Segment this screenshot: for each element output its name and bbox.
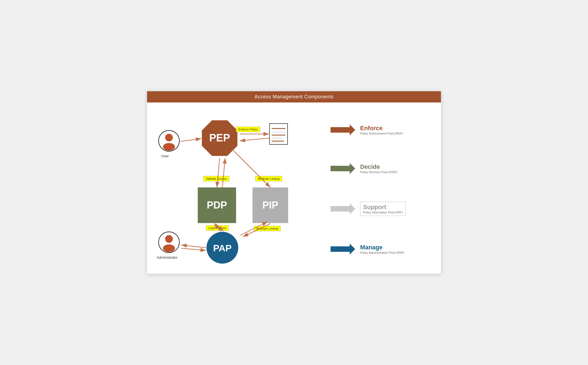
svg-point-5 — [163, 244, 175, 252]
svg-line-27 — [181, 248, 206, 250]
pip-label: PIP — [262, 199, 278, 211]
user-icon — [158, 130, 180, 152]
manage-text: Manage Policy Administration Point (PAP) — [360, 244, 404, 254]
slide-body: User Administrator PEP PDP — [147, 102, 441, 274]
legend-item-support: Support Policy Information Point (PIP) — [331, 202, 427, 216]
svg-marker-31 — [331, 163, 355, 174]
svg-point-2 — [163, 143, 175, 151]
legend-item-decide: Decide Policy Decision Point (PDP) — [331, 163, 427, 174]
support-text: Support Policy Information Point (PIP) — [360, 202, 406, 216]
manage-subtitle: Policy Administration Point (PAP) — [360, 251, 404, 254]
decide-text: Decide Policy Decision Point (PDP) — [360, 163, 397, 174]
support-arrow — [331, 203, 355, 214]
enforce-title: Enforce — [360, 125, 403, 132]
pep-box: PEP — [200, 119, 239, 157]
diagram-area: User Administrator PEP PDP — [155, 108, 325, 271]
svg-text:PAP: PAP — [213, 243, 231, 253]
enforce-subtitle: Policy Enforcement Point (PEP) — [360, 132, 403, 135]
svg-marker-33 — [331, 244, 355, 255]
svg-line-26 — [181, 245, 206, 248]
badge-attribute-lookup-top: Attribute Lookup — [255, 176, 282, 181]
pdp-label: PDP — [207, 199, 227, 211]
legend-item-manage: Manage Policy Administration Point (PAP) — [331, 244, 427, 255]
svg-line-20 — [240, 138, 269, 141]
badge-enforce-policy: Enforce Policy — [236, 127, 260, 132]
svg-point-4 — [165, 235, 173, 243]
pdp-box: PDP — [198, 187, 236, 223]
pip-box: PIP — [253, 187, 288, 223]
badge-attribute-lookup-bot: Attribute Lookup — [254, 226, 281, 231]
support-title: Support — [363, 204, 403, 211]
badge-load-policies: Load Policies — [206, 225, 229, 231]
enforce-text: Enforce Policy Enforcement Point (PEP) — [360, 125, 403, 135]
svg-line-21 — [217, 158, 220, 187]
arrows-overlay — [155, 108, 325, 271]
admin-icon — [158, 231, 180, 253]
badge-validate-access: Validate Access — [203, 176, 229, 181]
slide-title: Access Management Components — [254, 94, 334, 99]
slide-container: Access Management Components User — [147, 91, 441, 274]
manage-arrow — [331, 244, 355, 255]
admin-label: Administrator — [157, 255, 178, 260]
manage-title: Manage — [360, 244, 404, 251]
policy-doc — [269, 123, 288, 145]
svg-marker-30 — [331, 124, 355, 135]
decide-title: Decide — [360, 163, 397, 170]
legend-item-enforce: Enforce Policy Enforcement Point (PEP) — [331, 124, 427, 135]
legend-area: Enforce Policy Enforcement Point (PEP) D… — [325, 108, 433, 271]
enforce-arrow — [331, 124, 355, 135]
decide-subtitle: Policy Decision Point (PDP) — [360, 170, 397, 174]
svg-text:PEP: PEP — [209, 132, 230, 144]
svg-line-18 — [180, 139, 201, 141]
svg-point-1 — [165, 134, 173, 141]
svg-line-22 — [222, 158, 225, 187]
decide-arrow — [331, 163, 355, 174]
slide-header: Access Management Components — [147, 91, 441, 102]
support-subtitle: Policy Information Point (PIP) — [363, 211, 403, 214]
svg-marker-32 — [331, 203, 355, 214]
pap-circle: PAP — [206, 231, 239, 264]
user-label: User — [161, 154, 169, 158]
